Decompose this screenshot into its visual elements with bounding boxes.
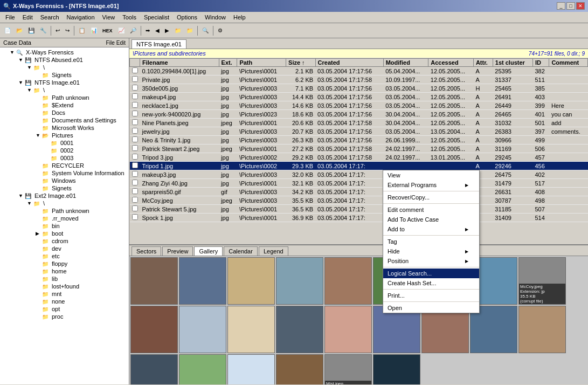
- tree-node-dev[interactable]: 📁 dev: [1, 245, 128, 252]
- row-checkbox[interactable]: [130, 75, 140, 84]
- gallery-thumbnail[interactable]: [276, 354, 323, 384]
- col-attr[interactable]: Attr.: [473, 59, 493, 67]
- tree-node-pictures[interactable]: ▼ 📂 Pictures: [1, 132, 128, 139]
- row-checkbox[interactable]: [130, 179, 140, 188]
- tree-node-p0001[interactable]: 📁 0001: [1, 139, 128, 147]
- col-comment[interactable]: Comment: [549, 59, 588, 67]
- menu-options[interactable]: Options: [174, 13, 200, 22]
- table-row[interactable]: 350de005.jpg jpg \Pictures\0003 7.1 KB 0…: [130, 84, 588, 93]
- row-checkbox[interactable]: [130, 136, 140, 145]
- tb-props[interactable]: 🔧: [38, 25, 49, 37]
- gallery-area[interactable]: McCoy.jpeg Extension: jp 35.5 KB (corrup…: [129, 256, 588, 384]
- ctx-menu-item[interactable]: Edit comment: [383, 205, 479, 215]
- tree-node-ext2[interactable]: ▼ 💾 Ext2 Image.e01: [1, 192, 128, 200]
- row-checkbox[interactable]: [130, 93, 140, 101]
- tree-node-mnt[interactable]: 📁 mnt: [1, 290, 128, 298]
- row-checkbox[interactable]: [130, 153, 140, 162]
- gallery-thumbnail[interactable]: [518, 306, 566, 353]
- table-row[interactable]: Tripod 1.jpg jpg \Pictures\0002 29.3 KB …: [130, 162, 588, 170]
- table-row[interactable]: Nine Planets.jpeg jpeg \Pictures\0001 20…: [130, 119, 588, 127]
- row-checkbox[interactable]: [130, 214, 140, 222]
- gallery-thumbnail[interactable]: [276, 306, 323, 353]
- tree-node-cdrom[interactable]: 📁 cdrom: [1, 237, 128, 245]
- menu-specialist[interactable]: Specialist: [141, 13, 172, 22]
- menu-help[interactable]: Help: [230, 13, 249, 22]
- tb-misc1[interactable]: ⚙: [216, 25, 225, 37]
- gallery-thumbnail[interactable]: [130, 354, 178, 384]
- table-row[interactable]: new-york-9400020.jpg jpg \Pictures\0023 …: [130, 110, 588, 119]
- gallery-thumbnail[interactable]: [227, 354, 275, 384]
- col-filename[interactable]: Filename: [140, 59, 219, 67]
- tree-node-lostfound[interactable]: 📁 lost+found: [1, 283, 128, 290]
- tb-nav1[interactable]: ➡: [143, 25, 152, 37]
- gallery-thumbnail[interactable]: Mist.jpeg Extension: jpeg 53.9 KB (corru…: [324, 354, 372, 384]
- gallery-thumbnail[interactable]: [179, 257, 226, 305]
- row-checkbox[interactable]: [130, 67, 140, 75]
- gallery-thumbnail[interactable]: [324, 306, 372, 353]
- tree-node-none[interactable]: 📁 none: [1, 298, 128, 305]
- ctx-menu-item[interactable]: Add To Active Case: [383, 215, 479, 224]
- table-row[interactable]: makeup3.jpg jpg \Pictures\0003 32.0 KB 0…: [130, 170, 588, 179]
- tree-node-opt[interactable]: 📁 opt: [1, 305, 128, 313]
- tree-node-abused-root[interactable]: ▼ 📁 \: [1, 64, 128, 71]
- tb-undo[interactable]: ↩: [53, 25, 62, 37]
- tb-open[interactable]: 📂: [14, 25, 25, 37]
- col-id[interactable]: ID: [532, 59, 549, 67]
- menu-search[interactable]: Search: [37, 13, 63, 22]
- tb-nav5[interactable]: 📁: [184, 25, 195, 37]
- toggle[interactable]: ▼: [27, 201, 33, 206]
- tree-node-msworks[interactable]: 📁 Microsoft Works: [1, 124, 128, 132]
- menu-window[interactable]: Window: [202, 13, 229, 22]
- ctx-menu-item[interactable]: Position▶: [383, 256, 479, 266]
- tb-view1[interactable]: 📋: [77, 25, 87, 37]
- toggle[interactable]: ▼: [36, 133, 42, 138]
- col-size[interactable]: Size ↑: [286, 59, 316, 67]
- row-checkbox[interactable]: [130, 170, 140, 179]
- tb-view4[interactable]: 🔎: [128, 25, 139, 37]
- toggle[interactable]: ▼: [18, 57, 25, 63]
- tb-redo[interactable]: ↪: [63, 25, 72, 37]
- tree-node-extend[interactable]: 📁 $Extend: [1, 101, 128, 109]
- btab-legend[interactable]: Legend: [259, 246, 288, 256]
- tree-node-boot[interactable]: ▶ 📁 boot: [1, 230, 128, 237]
- gallery-thumbnail[interactable]: [227, 257, 275, 305]
- col-created[interactable]: Created: [315, 59, 383, 67]
- menu-view[interactable]: View: [99, 13, 119, 22]
- gallery-thumbnail[interactable]: [130, 257, 178, 305]
- gallery-thumbnail[interactable]: McCoy.jpeg Extension: jp 35.5 KB (corrup…: [518, 257, 566, 305]
- btab-sectors[interactable]: Sectors: [132, 246, 161, 256]
- table-row[interactable]: Zhang Ziyi 40.jpg jpg \Pictures\0001 32.…: [130, 179, 588, 188]
- tb-view3[interactable]: 📈: [116, 25, 127, 37]
- case-file-menu[interactable]: File: [106, 40, 115, 46]
- tb-view2[interactable]: 📊: [88, 25, 99, 37]
- btab-calendar[interactable]: Calendar: [224, 246, 258, 256]
- table-row[interactable]: sparpreis50.gif gif \Pictures\0003 34.2 …: [130, 188, 588, 196]
- gallery-thumbnail[interactable]: [227, 306, 275, 353]
- ctx-menu-item[interactable]: Open: [383, 303, 479, 313]
- tb-search[interactable]: 🔍: [200, 25, 211, 37]
- tree-node-signets1[interactable]: 📁 Signets: [1, 71, 128, 79]
- tree-node-p0002[interactable]: 📁 0002: [1, 147, 128, 154]
- toggle[interactable]: ▼: [18, 193, 25, 198]
- ctx-menu-item[interactable]: Print...: [383, 291, 479, 300]
- col-checkbox[interactable]: [130, 59, 140, 67]
- tree-node-bin[interactable]: 📁 bin: [1, 222, 128, 230]
- menu-navigation[interactable]: Navigation: [64, 13, 98, 22]
- tree-node-ntfs-image[interactable]: ▼ 💾 NTFS Image.e01: [1, 79, 128, 86]
- tree-node-p0003[interactable]: 📁 0003: [1, 154, 128, 162]
- minimize-button[interactable]: _: [557, 2, 565, 10]
- menu-file[interactable]: File: [2, 13, 18, 22]
- tree-node-floppy[interactable]: 📁 floppy: [1, 260, 128, 267]
- ctx-menu-item[interactable]: Tag: [383, 237, 479, 246]
- table-row[interactable]: 0.1020,299484.00[1].jpg jpg \Pictures\00…: [130, 67, 588, 75]
- table-row[interactable]: Private.jpg jpg \Pictures\0001 6.2 KB 03…: [130, 75, 588, 84]
- toggle[interactable]: ▼: [27, 65, 33, 70]
- table-row[interactable]: Tripod 3.jpg jpg \Pictures\0002 29.2 KB …: [130, 153, 588, 162]
- gallery-thumbnail[interactable]: [324, 257, 372, 305]
- col-accessed[interactable]: Accessed: [428, 59, 474, 67]
- tree-node-ext2-root[interactable]: ▼ 📁 \: [1, 200, 128, 207]
- ctx-menu-item[interactable]: View: [383, 170, 479, 180]
- tree-node-rr[interactable]: 📁 .rr_moved: [1, 215, 128, 222]
- gallery-thumbnail[interactable]: [373, 354, 420, 384]
- tb-new[interactable]: 📄: [2, 25, 13, 37]
